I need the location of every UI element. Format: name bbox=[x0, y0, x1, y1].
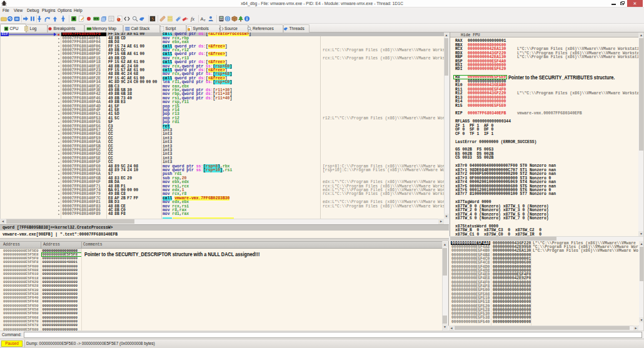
svg-text:z: z bbox=[204, 18, 206, 22]
svg-text:S: S bbox=[151, 16, 154, 22]
svg-text:fx: fx bbox=[191, 16, 194, 22]
svg-text:A: A bbox=[201, 16, 204, 22]
